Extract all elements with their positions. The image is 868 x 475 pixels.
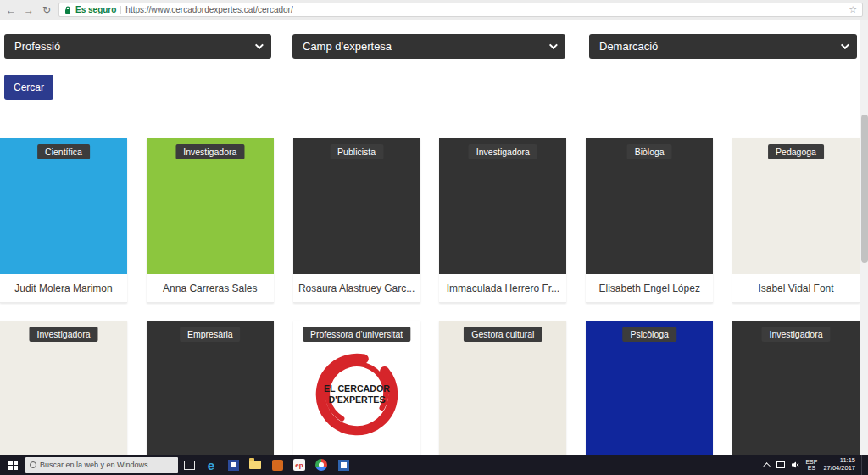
expert-name[interactable]: Anna Carreras Sales [147, 274, 274, 303]
secure-label: Es seguro [75, 5, 116, 14]
expert-name[interactable]: Rosaura Alastruey Garc... [293, 274, 420, 303]
clock-date: 27/04/2017 [823, 465, 855, 472]
demarcacio-dropdown-label: Demarcació [599, 40, 658, 53]
tray-expand-icon[interactable] [764, 462, 771, 469]
pinned-app-icon-2 [338, 460, 349, 471]
cortana-icon [30, 461, 36, 468]
expert-name[interactable]: Isabel Vidal Font [732, 274, 860, 303]
profession-badge: Investigadora [29, 327, 97, 342]
scrollbar-thumb[interactable] [861, 115, 868, 263]
chrome-icon [315, 459, 327, 471]
expert-photo[interactable]: Investigadora [147, 138, 274, 274]
expert-card[interactable]: Professora d'universitatEL CERCADORD'EXP… [293, 321, 420, 456]
address-bar[interactable]: Es seguro https://www.cercadordexpertes.… [58, 3, 863, 17]
ep-icon: ep [293, 459, 305, 471]
svg-text:EL CERCADOR: EL CERCADOR [324, 383, 390, 394]
expert-card[interactable]: Gestora cultural [439, 321, 566, 456]
windows-taskbar: e ep ESP ES 11:15 27/04/2017 [0, 455, 868, 475]
expert-cards-row-2: InvestigadoraEmpresàriaProfessora d'univ… [0, 321, 860, 456]
expert-photo[interactable]: Investigadora [732, 321, 860, 456]
show-desktop-button[interactable] [861, 455, 865, 475]
store-icon [228, 460, 239, 471]
pinned-app-button-2[interactable] [332, 455, 354, 475]
edge-button[interactable]: e [200, 455, 222, 475]
expert-card[interactable]: BiòlogaElisabeth Engel López [586, 138, 713, 303]
chevron-down-icon [549, 41, 558, 49]
expert-photo[interactable]: Empresària [147, 321, 274, 456]
svg-text:D'EXPERTES: D'EXPERTES [328, 394, 385, 405]
expert-name[interactable]: Immaculada Herrero Fr... [439, 274, 566, 303]
expert-photo[interactable]: Publicista [293, 138, 420, 274]
expert-card[interactable]: InvestigadoraImmaculada Herrero Fr... [439, 138, 566, 303]
file-explorer-button[interactable] [244, 455, 266, 475]
expert-photo[interactable]: Pedagoga [732, 138, 860, 274]
camp-expertesa-dropdown-label: Camp d'expertesa [303, 40, 392, 53]
system-tray: ESP ES 11:15 27/04/2017 [765, 455, 868, 475]
refresh-icon[interactable]: ↻ [41, 5, 53, 15]
profession-badge: Investigadora [175, 144, 244, 159]
expert-card[interactable]: InvestigadoraAnna Carreras Sales [147, 138, 274, 303]
lock-icon [64, 6, 71, 14]
expert-card[interactable]: CientíficaJudit Molera Marimon [0, 138, 127, 303]
start-button[interactable] [0, 455, 25, 475]
expert-cards-row-1: CientíficaJudit Molera MarimonInvestigad… [0, 138, 860, 303]
profession-badge: Científica [37, 144, 90, 159]
language-indicator[interactable]: ESP ES [805, 459, 817, 472]
expert-card[interactable]: Investigadora [0, 321, 127, 456]
expert-card[interactable]: Empresària [147, 321, 274, 456]
profession-badge: Investigadora [761, 327, 830, 342]
professio-dropdown[interactable]: Professió [4, 34, 271, 59]
demarcacio-dropdown[interactable]: Demarcació [589, 34, 857, 59]
folder-icon [249, 461, 261, 469]
expert-name[interactable]: Elisabeth Engel López [586, 274, 713, 303]
cercador-dexpertes-logo: EL CERCADORD'EXPERTES [305, 343, 409, 446]
expert-photo[interactable]: Investigadora [439, 138, 566, 274]
chevron-down-icon [255, 41, 264, 49]
europa-press-button[interactable]: ep [288, 455, 310, 475]
expert-card[interactable]: Psicòloga [586, 321, 713, 456]
profession-badge: Psicòloga [622, 327, 676, 342]
chrome-button[interactable] [310, 455, 332, 475]
camp-expertesa-dropdown[interactable]: Camp d'expertesa [292, 34, 565, 59]
expert-name[interactable]: Judit Molera Marimon [0, 274, 127, 303]
task-view-button[interactable] [178, 455, 200, 475]
expert-photo[interactable]: Professora d'universitatEL CERCADORD'EXP… [293, 321, 420, 456]
cercar-button[interactable]: Cercar [4, 75, 53, 100]
expert-card[interactable]: Investigadora [732, 321, 860, 456]
edge-icon: e [208, 459, 214, 472]
expert-photo[interactable]: Biòloga [586, 138, 713, 274]
task-view-icon [184, 461, 195, 470]
taskbar-search-box[interactable] [25, 457, 178, 473]
store-button[interactable] [222, 455, 244, 475]
language-region: ES [808, 465, 815, 471]
profession-badge: Publicista [330, 144, 383, 159]
taskbar-clock[interactable]: 11:15 27/04/2017 [823, 457, 855, 472]
expert-card[interactable]: PedagogaIsabel Vidal Font [732, 138, 860, 303]
back-icon[interactable]: ← [5, 5, 17, 15]
forward-icon[interactable]: → [23, 5, 35, 15]
expert-photo[interactable]: Investigadora [0, 321, 127, 456]
profession-badge: Empresària [180, 327, 241, 342]
profession-badge: Professora d'universitat [303, 327, 410, 342]
pinned-app-icon [272, 460, 283, 471]
language-code: ESP [805, 459, 817, 465]
pinned-app-button-1[interactable] [266, 455, 288, 475]
page-scrollbar[interactable] [860, 20, 868, 455]
expert-photo[interactable]: Científica [0, 138, 127, 274]
profession-badge: Biòloga [627, 144, 672, 159]
profession-badge: Pedagoga [768, 144, 824, 159]
profession-badge: Gestora cultural [464, 327, 542, 342]
chevron-down-icon [841, 41, 849, 49]
expert-photo[interactable]: Gestora cultural [439, 321, 566, 456]
expert-card[interactable]: PublicistaRosaura Alastruey Garc... [293, 138, 420, 303]
url-text[interactable]: https://www.cercadordexpertes.cat/cercad… [125, 5, 292, 14]
expert-photo[interactable]: Psicòloga [586, 321, 713, 456]
browser-toolbar: ← → ↻ Es seguro https://www.cercadordexp… [0, 0, 868, 20]
bookmark-star-icon[interactable]: ☆ [849, 4, 857, 15]
profession-badge: Investigadora [469, 144, 537, 159]
address-separator [120, 6, 121, 14]
volume-icon[interactable] [791, 461, 799, 469]
action-center-icon[interactable] [776, 461, 785, 468]
windows-logo-icon [8, 461, 18, 470]
taskbar-search-input[interactable] [40, 461, 174, 469]
